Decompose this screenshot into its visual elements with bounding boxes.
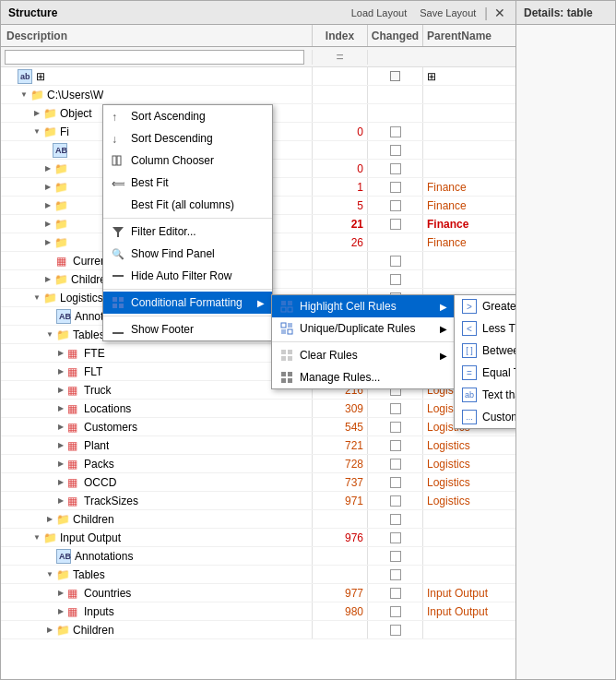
menu-best-fit[interactable]: ⟺ Best Fit — [103, 172, 272, 194]
expand-icon[interactable] — [54, 402, 67, 415]
changed-checkbox[interactable] — [390, 256, 401, 267]
row-desc: ▦ Truck — [1, 381, 313, 399]
details-title: Details: table — [524, 6, 593, 19]
expand-icon[interactable] — [41, 162, 54, 175]
svg-text:↓: ↓ — [112, 133, 117, 145]
table-row[interactable]: 📁 Input Output 976 — [1, 529, 515, 547]
col-index-header[interactable]: Index — [313, 25, 368, 46]
col-desc-header[interactable]: Description — [1, 25, 313, 46]
expand-icon[interactable] — [54, 495, 67, 507]
changed-checkbox[interactable] — [390, 459, 401, 470]
expand-icon[interactable] — [30, 292, 43, 304]
expand-icon[interactable] — [43, 624, 56, 637]
menu-less-than[interactable]: < Less Than... — [455, 317, 515, 340]
expand-icon[interactable] — [43, 328, 56, 341]
expand-icon[interactable] — [41, 218, 54, 231]
menu-custom-condition[interactable]: ... Custom Condition... — [455, 406, 515, 428]
table-row[interactable]: 📁 Children — [1, 510, 515, 529]
expand-icon[interactable] — [54, 476, 67, 489]
changed-checkbox[interactable] — [390, 606, 401, 617]
menu-conditional-formatting[interactable]: Conditional Formatting ▶ — [103, 292, 272, 314]
changed-checkbox[interactable] — [390, 625, 401, 636]
table-row[interactable]: ab ⊞ ⊞ — [1, 67, 515, 86]
load-layout-button[interactable]: Load Layout — [347, 6, 412, 20]
close-icon[interactable]: ✕ — [492, 6, 508, 20]
table-row[interactable]: ▦ TrackSizes 971 Logistics — [1, 492, 515, 510]
expand-icon[interactable] — [54, 365, 67, 378]
table-row[interactable]: ▦ Customers 545 Logistics — [1, 418, 515, 436]
filter-desc-input[interactable] — [5, 50, 304, 65]
changed-checkbox[interactable] — [390, 422, 401, 433]
expand-icon[interactable] — [54, 587, 67, 600]
menu-clear-rules[interactable]: Clear Rules ▶ — [272, 344, 455, 366]
row-parent — [423, 547, 515, 565]
changed-checkbox[interactable] — [390, 569, 401, 580]
expand-icon[interactable] — [43, 513, 56, 526]
changed-checkbox[interactable] — [390, 551, 401, 562]
changed-checkbox[interactable] — [390, 163, 401, 174]
svg-marker-5 — [113, 227, 124, 237]
expand-icon[interactable] — [54, 458, 67, 471]
changed-checkbox[interactable] — [390, 126, 401, 137]
menu-show-footer[interactable]: Show Footer — [103, 318, 272, 340]
changed-checkbox[interactable] — [390, 440, 401, 451]
menu-filter-editor[interactable]: Filter Editor... — [103, 221, 272, 243]
expand-icon[interactable] — [30, 107, 43, 120]
col-parent-header[interactable]: ParentName — [423, 25, 515, 46]
table-row[interactable]: 📁 C:\Users\W — [1, 86, 515, 104]
table-row[interactable]: 📁 Children — [1, 621, 515, 639]
changed-checkbox[interactable] — [390, 532, 401, 543]
changed-checkbox[interactable] — [390, 403, 401, 414]
col-changed-header[interactable]: Changed — [368, 25, 423, 46]
expand-icon[interactable] — [41, 236, 54, 249]
folder-icon: 📁 — [43, 531, 58, 545]
expand-icon[interactable] — [54, 384, 67, 397]
table-row[interactable]: AB Annotations — [1, 547, 515, 566]
table-row[interactable]: ▦ Countries 977 Input Output — [1, 584, 515, 602]
changed-checkbox[interactable] — [390, 145, 401, 156]
row-parent — [423, 252, 515, 269]
menu-hide-filter[interactable]: Hide Auto Filter Row — [103, 265, 272, 287]
table-row[interactable]: ▦ Locations 309 Logistics — [1, 400, 515, 418]
changed-checkbox[interactable] — [390, 71, 400, 81]
menu-equal-to[interactable]: = Equal To... — [455, 362, 515, 384]
menu-sort-descending[interactable]: ↓ Sort Descending — [103, 127, 272, 149]
changed-checkbox[interactable] — [390, 588, 401, 599]
expand-icon[interactable] — [30, 125, 43, 138]
expand-icon[interactable] — [41, 273, 54, 286]
changed-checkbox[interactable] — [390, 495, 401, 507]
expand-icon[interactable] — [41, 199, 54, 212]
changed-checkbox[interactable] — [390, 514, 401, 525]
save-layout-button[interactable]: Save Layout — [415, 6, 480, 20]
expand-icon[interactable] — [18, 89, 30, 101]
menu-highlight-cell-rules[interactable]: Highlight Cell Rules ▶ — [272, 295, 455, 317]
table-row[interactable]: ▦ Packs 728 Logistics — [1, 455, 515, 473]
changed-checkbox[interactable] — [390, 274, 401, 285]
table-row[interactable]: ▦ Plant 721 Logistics — [1, 436, 515, 455]
menu-unique-duplicate[interactable]: Unique/Duplicate Rules ▶ — [272, 317, 455, 340]
expand-icon[interactable] — [54, 347, 67, 360]
table-row[interactable]: ▦ Inputs 980 Input Output — [1, 602, 515, 621]
changed-checkbox[interactable] — [390, 477, 401, 488]
menu-show-find[interactable]: 🔍 Show Find Panel — [103, 243, 272, 265]
expand-icon[interactable] — [54, 605, 67, 618]
changed-checkbox[interactable] — [390, 200, 401, 211]
changed-checkbox[interactable] — [390, 182, 401, 193]
expand-icon[interactable] — [54, 439, 67, 452]
expand-icon[interactable] — [43, 568, 56, 581]
menu-text-contains[interactable]: ab Text that Contains... — [455, 384, 515, 406]
sort-asc-icon: ↑ — [111, 109, 125, 124]
menu-sort-ascending[interactable]: ↑ Sort Ascending — [103, 105, 272, 127]
menu-greater-than[interactable]: > Greater Than... — [455, 295, 515, 317]
menu-best-fit-all[interactable]: Best Fit (all columns) — [103, 194, 272, 216]
menu-manage-rules[interactable]: Manage Rules... — [272, 366, 455, 388]
expand-icon[interactable] — [41, 181, 54, 194]
table-row[interactable]: 📁 Tables — [1, 566, 515, 584]
folder-icon: 📁 — [54, 161, 69, 176]
expand-icon[interactable] — [30, 531, 43, 544]
menu-column-chooser[interactable]: Column Chooser — [103, 149, 272, 172]
menu-between[interactable]: [ ] Between... — [455, 340, 515, 362]
table-row[interactable]: ▦ OCCD 737 Logistics — [1, 473, 515, 492]
changed-checkbox[interactable] — [390, 219, 401, 230]
expand-icon[interactable] — [54, 421, 67, 434]
